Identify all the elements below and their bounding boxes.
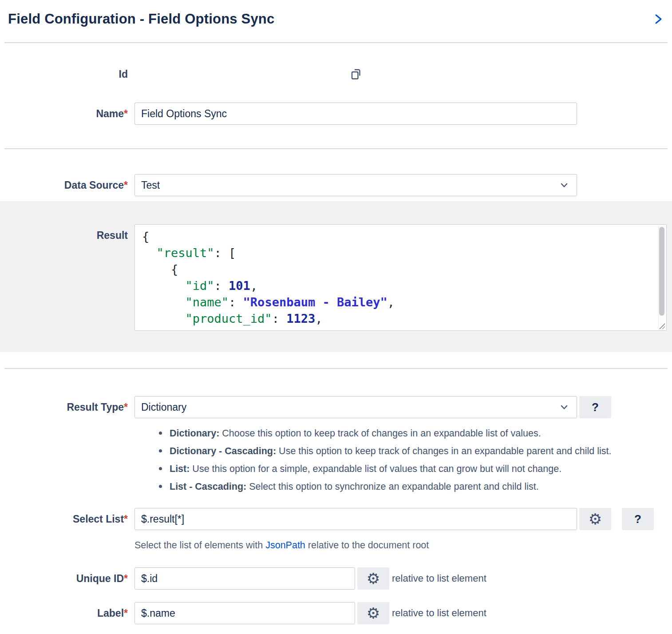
label-field-label-text: Label	[97, 607, 124, 619]
unique-id-hint: relative to list element	[392, 573, 486, 584]
label-field-label: Label*	[0, 607, 134, 619]
list-item: List: Use this option for a simple, expa…	[159, 463, 672, 480]
name-label-text: Name	[96, 108, 124, 119]
list-item: Dictionary - Cascading: Use this option …	[159, 445, 672, 463]
unique-id-settings-button[interactable]: ⚙	[357, 567, 389, 590]
copy-icon	[349, 67, 363, 81]
label-settings-button[interactable]: ⚙	[357, 602, 389, 624]
bullet-icon	[159, 432, 162, 435]
select-list-label-text: Select List	[73, 513, 124, 525]
result-type-select[interactable]: Dictionary	[134, 396, 577, 418]
result-type-selected-value: Dictionary	[141, 401, 186, 413]
data-source-select[interactable]: Test	[134, 174, 577, 196]
bullet-icon	[159, 467, 162, 470]
id-label: Id	[0, 68, 134, 80]
option-text: Choose this option to keep track of chan…	[219, 428, 541, 439]
data-source-label-text: Data Source	[64, 179, 124, 191]
option-text: Use this option for a simple, expandable…	[190, 464, 561, 474]
question-mark-icon: ?	[634, 512, 641, 526]
panel-header: Field Configuration - Field Options Sync	[0, 0, 672, 42]
name-input[interactable]	[134, 103, 577, 125]
page-title: Field Configuration - Field Options Sync	[8, 11, 274, 27]
option-name: List:	[170, 464, 190, 474]
chevron-right-icon	[652, 12, 664, 26]
option-text: Use this option to keep track of changes…	[276, 446, 611, 456]
name-label: Name*	[0, 108, 134, 120]
unique-id-label-text: Unique ID	[76, 573, 124, 584]
select-list-input[interactable]	[134, 508, 577, 530]
option-description: Dictionary - Cascading: Use this option …	[170, 445, 612, 457]
scrollbar-thumb[interactable]	[659, 227, 664, 316]
label-input[interactable]	[134, 602, 355, 624]
jsonpath-link[interactable]: JsonPath	[265, 540, 305, 551]
option-name: List - Cascading:	[170, 481, 246, 492]
unique-id-input[interactable]	[134, 567, 355, 590]
option-name: Dictionary - Cascading:	[170, 446, 276, 456]
option-description: List - Cascading: Select this option to …	[170, 480, 539, 493]
collapse-panel-button[interactable]	[651, 11, 666, 28]
question-mark-icon: ?	[592, 400, 599, 414]
select-list-settings-button[interactable]: ⚙	[579, 508, 611, 530]
select-list-help-button[interactable]: ?	[622, 508, 654, 530]
result-type-help-button[interactable]: ?	[579, 396, 611, 418]
select-list-label: Select List*	[0, 513, 134, 525]
result-code-editor[interactable]: { "result": [ { "id": 101, "name": "Rose…	[134, 224, 667, 331]
result-type-label: Result Type*	[0, 401, 134, 413]
copy-id-button[interactable]	[349, 67, 363, 81]
unique-id-label: Unique ID*	[0, 573, 134, 585]
required-asterisk: *	[124, 179, 128, 191]
select-list-hint: Select the list of elements with JsonPat…	[134, 540, 672, 553]
option-name: Dictionary:	[170, 428, 219, 439]
result-type-label-text: Result Type	[67, 401, 124, 413]
bullet-icon	[159, 485, 162, 488]
required-asterisk: *	[124, 513, 128, 525]
required-asterisk: *	[124, 401, 128, 413]
list-item: List - Cascading: Select this option to …	[159, 480, 672, 498]
required-asterisk: *	[124, 607, 128, 619]
option-description: Dictionary: Choose this option to keep t…	[170, 427, 541, 440]
scrollbar-track[interactable]	[658, 226, 665, 329]
divider	[4, 368, 668, 369]
bullet-icon	[159, 449, 162, 452]
hint-text: relative to the document root	[305, 540, 429, 551]
chevron-down-icon	[559, 402, 569, 412]
result-type-descriptions: Dictionary: Choose this option to keep t…	[159, 427, 672, 498]
divider	[4, 42, 668, 43]
list-item: Dictionary: Choose this option to keep t…	[159, 427, 672, 445]
gear-icon: ⚙	[367, 606, 380, 621]
hint-text: Select the list of elements with	[134, 540, 265, 551]
gear-icon: ⚙	[589, 511, 602, 527]
option-text: Select this option to synchronize an exp…	[246, 481, 539, 492]
chevron-down-icon	[559, 180, 569, 190]
result-label: Result	[0, 224, 134, 242]
divider	[4, 148, 668, 149]
option-description: List: Use this option for a simple, expa…	[170, 463, 561, 475]
data-source-selected-value: Test	[141, 179, 160, 191]
gear-icon: ⚙	[367, 571, 380, 586]
result-code: { "result": [ { "id": 101, "name": "Rose…	[142, 228, 651, 327]
label-hint: relative to list element	[392, 607, 486, 619]
data-source-label: Data Source*	[0, 179, 134, 191]
result-section: Result { "result": [ { "id": 101, "name"…	[0, 201, 672, 352]
required-asterisk: *	[124, 108, 128, 119]
required-asterisk: *	[124, 573, 128, 584]
